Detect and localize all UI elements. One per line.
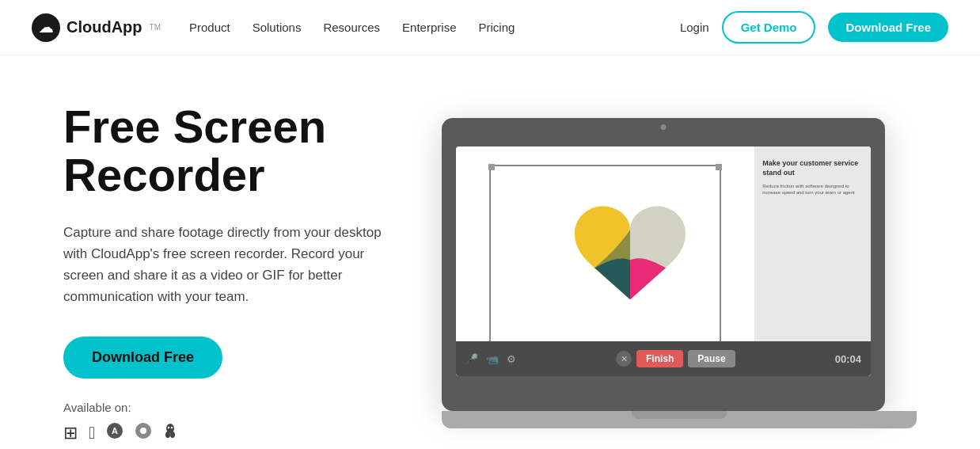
svg-point-3 <box>140 428 146 434</box>
app-store-icon: A <box>106 422 123 444</box>
video-icon: 📹 <box>486 353 499 365</box>
nav-links: Product Solutions Resources Enterprise P… <box>189 21 515 34</box>
navbar: CloudApp TM Product Solutions Resources … <box>0 0 980 55</box>
toolbar-center-controls: ✕ Finish Pause <box>616 350 735 367</box>
screen-background: Make your customer service stand out Red… <box>456 146 871 376</box>
hero-description: Capture and share footage directly from … <box>63 222 404 308</box>
svg-point-7 <box>168 426 169 428</box>
login-button[interactable]: Login <box>680 21 709 34</box>
hero-section: Free Screen Recorder Capture and share f… <box>0 55 980 449</box>
logo-icon <box>32 13 60 42</box>
download-free-nav-button[interactable]: Download Free <box>828 13 948 42</box>
screen-toolbar: 🎤 📹 ⚙ ✕ Finish Pause 00:04 <box>456 341 871 376</box>
get-demo-button[interactable]: Get Demo <box>722 11 816 44</box>
nav-link-resources[interactable]: Resources <box>323 21 380 34</box>
nav-actions: Login Get Demo Download Free <box>680 11 948 44</box>
svg-text:A: A <box>112 426 118 436</box>
screen-selection-box <box>489 165 721 348</box>
apple-icon:  <box>89 423 95 443</box>
windows-icon: ⊞ <box>63 423 78 443</box>
logo[interactable]: CloudApp TM <box>32 13 161 42</box>
hero-laptop-visual: Make your customer service stand out Red… <box>442 118 917 428</box>
screen-sidebar-text: Reduce friction with software designed t… <box>762 183 863 196</box>
svg-point-8 <box>171 426 173 428</box>
screen-sidebar-title: Make your customer service stand out <box>762 159 863 177</box>
finish-recording-button[interactable]: Finish <box>636 350 683 367</box>
cancel-recording-button[interactable]: ✕ <box>616 351 632 367</box>
recording-timer: 00:04 <box>835 353 861 365</box>
logo-text: CloudApp <box>66 18 142 36</box>
svg-point-6 <box>170 432 175 438</box>
laptop-screen: Make your customer service stand out Red… <box>456 146 871 376</box>
toolbar-left-icons: 🎤 📹 ⚙ <box>465 353 516 365</box>
mic-icon: 🎤 <box>465 353 478 365</box>
hero-text-block: Free Screen Recorder Capture and share f… <box>63 103 404 444</box>
svg-point-5 <box>165 432 170 438</box>
platform-icons-list: ⊞  A <box>63 422 404 444</box>
available-label: Available on: <box>63 401 404 414</box>
linux-icon <box>163 422 177 444</box>
pause-recording-button[interactable]: Pause <box>688 350 735 367</box>
laptop-camera <box>661 124 667 130</box>
download-free-hero-button[interactable]: Download Free <box>63 337 222 379</box>
laptop-hinge <box>632 411 727 419</box>
nav-link-pricing[interactable]: Pricing <box>478 21 515 34</box>
laptop-base <box>442 411 917 428</box>
settings-icon: ⚙ <box>507 353 516 365</box>
nav-link-product[interactable]: Product <box>189 21 230 34</box>
chrome-icon <box>135 422 152 444</box>
nav-link-enterprise[interactable]: Enterprise <box>402 21 456 34</box>
laptop-body: Make your customer service stand out Red… <box>442 118 885 411</box>
nav-link-solutions[interactable]: Solutions <box>253 21 302 34</box>
available-on-section: Available on: ⊞  A <box>63 401 404 444</box>
hero-title: Free Screen Recorder <box>63 103 404 200</box>
